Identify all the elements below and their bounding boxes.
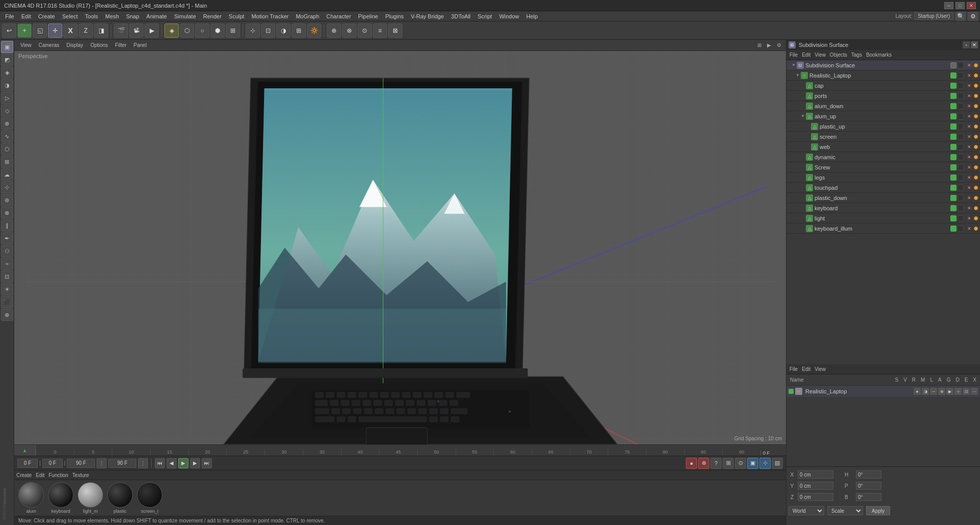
render-settings[interactable]: 🎬 bbox=[114, 23, 128, 38]
kb-dark-dot[interactable] bbox=[958, 205, 964, 211]
menu-mograph[interactable]: MoGraph bbox=[293, 12, 322, 20]
menu-sculpt[interactable]: Sculpt bbox=[226, 12, 248, 20]
touchpad-dark-dot[interactable] bbox=[958, 185, 964, 191]
objects-panel-close[interactable]: ✕ bbox=[971, 41, 978, 48]
menu-simulate[interactable]: Simulate bbox=[171, 12, 199, 20]
tool-select[interactable]: ◱ bbox=[33, 23, 47, 38]
pu-dark-dot[interactable] bbox=[958, 123, 964, 130]
object-row-dynamic[interactable]: △ dynamic ✕ bbox=[786, 152, 980, 162]
obj-dot-dark[interactable] bbox=[958, 62, 964, 68]
pd-orange-dot[interactable] bbox=[974, 196, 978, 200]
attr-anim-icon[interactable]: ⊹ bbox=[954, 388, 962, 395]
alum-up-orange-dot[interactable] bbox=[974, 114, 978, 118]
coord-world-dropdown[interactable]: World Object bbox=[788, 506, 824, 515]
alum-up-dark-dot[interactable] bbox=[958, 113, 964, 119]
alum-up-green-dot[interactable] bbox=[950, 113, 957, 119]
dynamic-x-btn[interactable]: ✕ bbox=[966, 154, 973, 161]
obj-dot-grey[interactable] bbox=[950, 62, 957, 68]
web-x-btn[interactable]: ✕ bbox=[966, 143, 973, 151]
attr-edit-menu[interactable]: Edit bbox=[802, 366, 810, 372]
coord-apply-button[interactable]: Apply bbox=[866, 506, 890, 515]
obj-dot-green-1[interactable] bbox=[950, 72, 957, 79]
object-row-keyboard-obj[interactable]: △ keyboard ✕ bbox=[786, 203, 980, 213]
touchpad-x-btn[interactable]: ✕ bbox=[966, 184, 973, 191]
ki-orange-dot[interactable] bbox=[974, 227, 978, 231]
vp-options-menu[interactable]: Options bbox=[87, 42, 111, 48]
workplane[interactable]: ⊡ bbox=[261, 23, 275, 38]
coord-h-input[interactable] bbox=[856, 470, 881, 479]
edge-mode[interactable]: ⬡ bbox=[180, 23, 194, 38]
vp-display-menu[interactable]: Display bbox=[63, 42, 86, 48]
skip-to-end-btn[interactable]: ⏭ bbox=[202, 458, 212, 468]
vp-view-menu[interactable]: View bbox=[17, 42, 35, 48]
ki-dark-dot[interactable] bbox=[958, 226, 964, 232]
point-mode[interactable]: ○ bbox=[195, 23, 209, 38]
maximize-button[interactable]: □ bbox=[955, 2, 965, 9]
tool-primitive[interactable]: ⬡ bbox=[1, 143, 13, 155]
effectors-btn[interactable]: ⊹ bbox=[759, 458, 771, 469]
menu-edit[interactable]: Edit bbox=[18, 12, 34, 20]
quad-view[interactable]: ⊞ bbox=[292, 23, 306, 38]
attr-file-menu[interactable]: File bbox=[790, 366, 798, 372]
dynamics-btn[interactable]: ▣ bbox=[747, 458, 758, 469]
object-row-alum-down[interactable]: △ alum_down ✕ bbox=[786, 101, 980, 111]
parent-coord[interactable]: ⊙ bbox=[357, 23, 372, 38]
menu-render[interactable]: Render bbox=[200, 12, 225, 20]
tool-texture[interactable]: ◩ bbox=[1, 54, 13, 66]
vp-filter-menu[interactable]: Filter bbox=[112, 42, 129, 48]
obj-orange-dot[interactable] bbox=[974, 63, 978, 67]
alum-up-x-btn[interactable]: ✕ bbox=[966, 113, 973, 120]
tool-light-left[interactable]: ☀ bbox=[1, 283, 13, 295]
key-all-btn[interactable]: ? bbox=[710, 458, 722, 469]
viewport[interactable]: X Y Z bbox=[14, 51, 786, 444]
ports-green-dot[interactable] bbox=[950, 93, 957, 99]
current-frame-input[interactable] bbox=[17, 459, 38, 468]
vp-expand-icon[interactable]: ⊞ bbox=[755, 41, 763, 49]
pb-dots-b-btn[interactable]: ⋮ bbox=[138, 458, 148, 468]
menu-character[interactable]: Character bbox=[323, 12, 354, 20]
object-row-cap[interactable]: △ cap ✕ bbox=[786, 81, 980, 91]
coord-x-pos-input[interactable] bbox=[798, 470, 833, 479]
dynamic-dark-dot[interactable] bbox=[958, 154, 964, 160]
tool-generator[interactable]: ⊞ bbox=[1, 156, 13, 168]
pb-dots-btn[interactable]: ⋮ bbox=[97, 458, 107, 468]
attr-expresso-icon[interactable]: ⊡ bbox=[963, 388, 970, 395]
mat-edit[interactable]: Edit bbox=[36, 472, 44, 478]
timeline-view-btn[interactable]: ▤ bbox=[772, 458, 783, 469]
light-orange-dot[interactable] bbox=[974, 216, 978, 220]
material-plastic[interactable]: plastic bbox=[107, 482, 133, 514]
alum-down-orange-dot[interactable] bbox=[974, 104, 978, 108]
layout-gear-btn[interactable]: ⚙ bbox=[968, 12, 978, 21]
object-row-ports[interactable]: △ ports ✕ bbox=[786, 91, 980, 101]
web-green-dot[interactable] bbox=[950, 144, 957, 150]
tool-deform[interactable]: ⊕ bbox=[1, 117, 13, 130]
menu-pipeline[interactable]: Pipeline bbox=[355, 12, 381, 20]
menu-plugins[interactable]: Plugins bbox=[382, 12, 407, 20]
tool-xpresso[interactable]: ≈ bbox=[1, 258, 13, 270]
obj-x-btn-1[interactable]: ✕ bbox=[966, 72, 973, 79]
objects-file-menu[interactable]: File bbox=[790, 52, 798, 58]
object-row-screw[interactable]: △ Screw ✕ bbox=[786, 162, 980, 172]
coord-y-pos-input[interactable] bbox=[798, 482, 833, 490]
attr-view-menu[interactable]: View bbox=[815, 366, 826, 372]
object-row-legs[interactable]: △ legs ✕ bbox=[786, 172, 980, 183]
menu-file[interactable]: File bbox=[2, 12, 17, 20]
material-alum[interactable]: alum bbox=[18, 482, 44, 514]
pd-dark-dot[interactable] bbox=[958, 195, 964, 201]
screw-x-btn[interactable]: ✕ bbox=[966, 164, 973, 171]
web-orange-dot[interactable] bbox=[974, 145, 978, 149]
menu-animate[interactable]: Animate bbox=[144, 12, 170, 20]
screen-green-dot[interactable] bbox=[950, 134, 957, 140]
objects-bookmarks-menu[interactable]: Bookmarks bbox=[866, 52, 892, 58]
auto-key-btn[interactable]: ⊕ bbox=[698, 458, 709, 469]
object-row-screen[interactable]: △ screen ✕ bbox=[786, 132, 980, 142]
menu-vray[interactable]: V-Ray Bridge bbox=[408, 12, 447, 20]
expand-subdivision[interactable]: ▼ bbox=[791, 62, 797, 68]
screw-orange-dot[interactable] bbox=[974, 165, 978, 169]
alum-down-x-btn[interactable]: ✕ bbox=[966, 103, 973, 110]
object-row-laptop[interactable]: ▼ ○ Realistic_Laptop ✕ bbox=[786, 70, 980, 81]
light-dark-dot[interactable] bbox=[958, 215, 964, 221]
texture-mode[interactable]: ⊞ bbox=[226, 23, 240, 38]
pd-green-dot[interactable] bbox=[950, 195, 957, 201]
menu-help[interactable]: Help bbox=[523, 12, 541, 20]
